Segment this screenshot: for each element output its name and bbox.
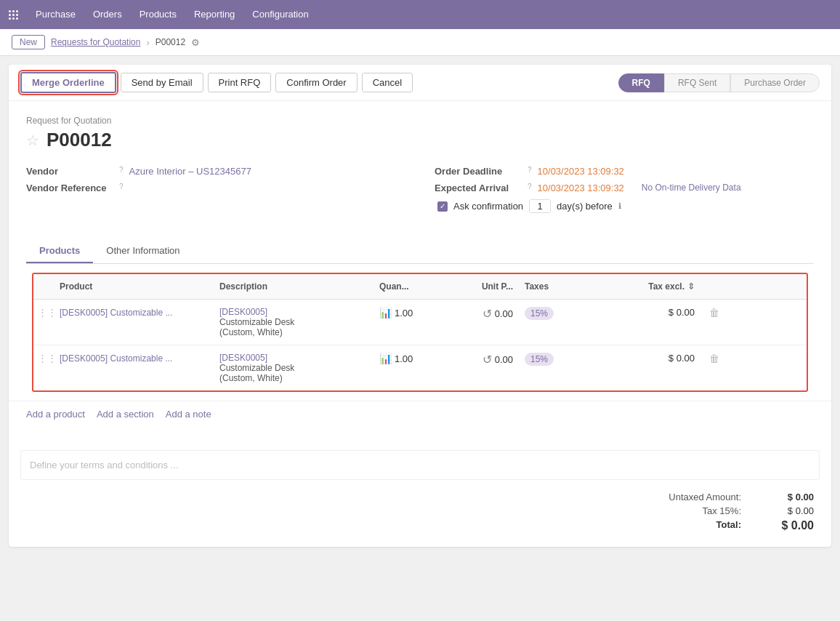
vendor-ref-label: Vendor Reference: [26, 183, 113, 193]
vendor-help-icon[interactable]: ?: [119, 166, 124, 174]
forecast-chart-icon-1[interactable]: 📊: [379, 307, 392, 318]
desc-line1-1: [DESK0005]: [219, 307, 368, 317]
app-grid-icon[interactable]: [9, 10, 18, 20]
tax-badge-1[interactable]: 15%: [525, 307, 554, 320]
vendor-ref-help-icon[interactable]: ?: [119, 183, 124, 191]
reset-price-icon-2[interactable]: ↺: [482, 353, 492, 366]
th-drag: [33, 279, 54, 295]
unit-price-value-1[interactable]: 0.00: [495, 308, 513, 319]
form-title: P00012: [47, 129, 112, 151]
nav-reporting[interactable]: Reporting: [187, 0, 242, 29]
desc-line3-1: (Custom, White): [219, 327, 368, 337]
cancel-button[interactable]: Cancel: [362, 73, 413, 92]
add-links-row: Add a product Add a section Add a note: [9, 401, 831, 427]
order-deadline-value[interactable]: 10/03/2023 13:09:32: [538, 166, 624, 177]
expected-arrival-label: Expected Arrival: [435, 183, 522, 193]
desc-line3-2: (Custom, White): [219, 373, 368, 383]
ask-confirmation-label: Ask confirmation: [453, 201, 523, 212]
top-navigation: Purchase Orders Products Reporting Confi…: [0, 0, 840, 29]
order-deadline-help-icon[interactable]: ?: [528, 166, 532, 174]
nav-purchase[interactable]: Purchase: [28, 0, 83, 29]
vendor-label: Vendor: [26, 166, 113, 177]
untaxed-amount-value: $ 0.00: [770, 492, 814, 502]
description-cell-1: [DESK0005] Customizable Desk (Custom, Wh…: [214, 304, 373, 340]
tax-badge-2[interactable]: 15%: [525, 353, 554, 366]
gear-icon[interactable]: ⚙: [191, 37, 200, 48]
quantity-value-1[interactable]: 1.00: [395, 308, 413, 318]
add-section-link[interactable]: Add a section: [97, 409, 154, 420]
total-value: $ 0.00: [770, 519, 814, 532]
status-pipeline: RFQ RFQ Sent Purchase Order: [618, 73, 820, 92]
th-actions: [700, 279, 722, 295]
nav-configuration[interactable]: Configuration: [245, 0, 315, 29]
form-subtitle: Request for Quotation: [26, 116, 814, 126]
breadcrumb-current: P00012: [156, 37, 185, 47]
status-rfq[interactable]: RFQ: [618, 73, 664, 92]
expected-arrival-value[interactable]: 10/03/2023 13:09:32: [538, 183, 624, 193]
status-rfq-sent[interactable]: RFQ Sent: [664, 73, 730, 92]
description-cell-2: [DESK0005] Customizable Desk (Custom, Wh…: [214, 350, 373, 386]
quantity-cell-1: 📊 1.00: [373, 304, 446, 321]
add-product-link[interactable]: Add a product: [26, 409, 85, 420]
send-by-email-button[interactable]: Send by Email: [121, 73, 203, 92]
delete-cell-1: 🗑: [700, 304, 722, 321]
main-content: Merge Orderline Send by Email Print RFQ …: [9, 65, 831, 547]
desc-line2-2: Customizable Desk: [219, 363, 368, 373]
delete-row-1-icon[interactable]: 🗑: [706, 304, 722, 321]
table-row: ⋮⋮ [DESK0005] Customizable ... [DESK0005…: [33, 345, 807, 390]
nav-orders[interactable]: Orders: [86, 0, 129, 29]
product-cell-2: [DESK0005] Customizable ...: [54, 350, 214, 366]
desc-line2-1: Customizable Desk: [219, 317, 368, 327]
reset-price-icon-1[interactable]: ↺: [482, 307, 492, 321]
status-purchase-order[interactable]: Purchase Order: [730, 73, 820, 92]
add-note-link[interactable]: Add a note: [166, 409, 211, 420]
th-product: Product: [54, 279, 214, 295]
no-delivery-link[interactable]: No On-time Delivery Data: [642, 183, 741, 193]
forecast-chart-icon-2[interactable]: 📊: [379, 353, 392, 364]
vendor-value[interactable]: Azure Interior – US12345677: [129, 166, 251, 177]
terms-placeholder: Define your terms and conditions ...: [30, 460, 179, 470]
table-row: ⋮⋮ [DESK0005] Customizable ... [DESK0005…: [33, 300, 807, 345]
totals-table: Untaxed Amount: $ 0.00 Tax 15%: $ 0.00 T…: [654, 492, 814, 535]
th-quantity: Quan...: [373, 279, 446, 295]
unit-price-cell-1: ↺ 0.00: [446, 304, 519, 324]
tabs: Products Other Information: [26, 239, 814, 264]
spacer: [9, 427, 831, 441]
product-name-2[interactable]: [DESK0005] Customizable ...: [60, 353, 172, 364]
nav-products[interactable]: Products: [132, 0, 184, 29]
ask-confirmation-days[interactable]: 1: [529, 199, 551, 213]
ask-confirmation-checkbox[interactable]: ✓: [437, 201, 448, 212]
quantity-value-2[interactable]: 1.00: [395, 353, 413, 364]
drag-handle-2[interactable]: ⋮⋮: [33, 350, 54, 366]
th-unit-price: Unit P...: [446, 279, 519, 295]
tab-products[interactable]: Products: [26, 239, 93, 263]
form-area: Request for Quotation ☆ P00012 Vendor ? …: [9, 101, 831, 239]
favorite-star-icon[interactable]: ☆: [26, 132, 39, 149]
quantity-cell-2: 📊 1.00: [373, 350, 446, 367]
drag-handle-1[interactable]: ⋮⋮: [33, 304, 54, 321]
table-header: Product Description Quan... Unit P... Ta…: [33, 274, 807, 300]
product-name-1[interactable]: [DESK0005] Customizable ...: [60, 308, 172, 318]
order-deadline-label: Order Deadline: [435, 166, 522, 177]
unit-price-cell-2: ↺ 0.00: [446, 350, 519, 369]
delete-row-2-icon[interactable]: 🗑: [706, 350, 722, 367]
tax-cell-1: 15%: [519, 304, 613, 323]
breadcrumb-path-link[interactable]: Requests for Quotation: [51, 37, 140, 47]
confirm-order-button[interactable]: Confirm Order: [275, 73, 357, 92]
tax-excl-cell-2: $ 0.00: [613, 350, 700, 366]
terms-area[interactable]: Define your terms and conditions ...: [20, 450, 820, 480]
days-before-label: day(s) before: [557, 201, 613, 212]
product-cell-1: [DESK0005] Customizable ...: [54, 304, 214, 321]
action-bar: Merge Orderline Send by Email Print RFQ …: [9, 65, 831, 101]
desc-line1-2: [DESK0005]: [219, 353, 368, 363]
print-rfq-button[interactable]: Print RFQ: [208, 73, 272, 92]
expected-arrival-help-icon[interactable]: ?: [528, 183, 532, 191]
untaxed-amount-label: Untaxed Amount:: [654, 492, 741, 502]
new-button[interactable]: New: [12, 35, 45, 49]
tab-other-information[interactable]: Other Information: [93, 239, 193, 263]
unit-price-value-2[interactable]: 0.00: [495, 354, 513, 365]
th-description: Description: [214, 279, 373, 295]
totals-area: Untaxed Amount: $ 0.00 Tax 15%: $ 0.00 T…: [9, 480, 831, 547]
merge-orderline-button[interactable]: Merge Orderline: [20, 72, 116, 93]
tax-cell-2: 15%: [519, 350, 613, 369]
